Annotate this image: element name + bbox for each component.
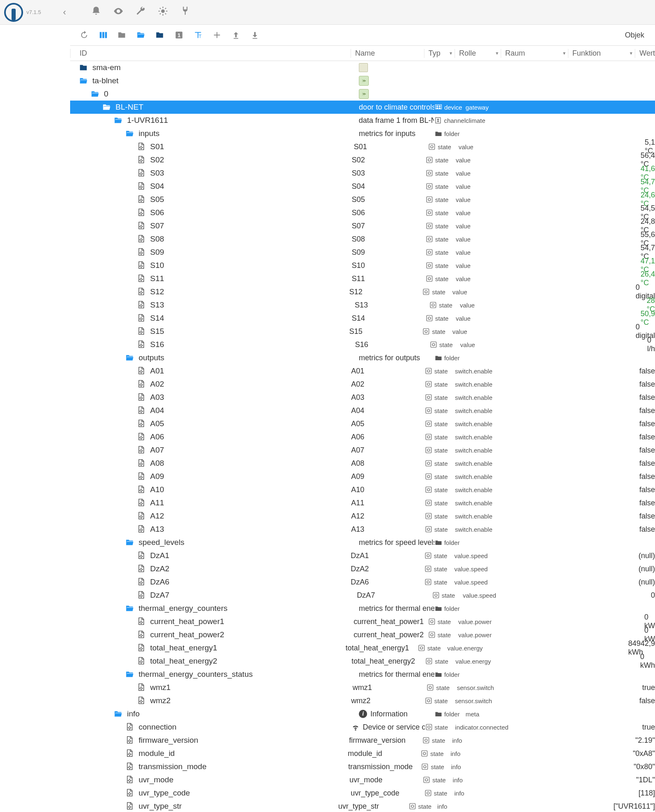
- node-wert[interactable]: false: [635, 472, 655, 481]
- refresh-icon[interactable]: [79, 30, 89, 40]
- tree-row[interactable]: DzA2DzA2statevalue.speed(null): [70, 562, 655, 575]
- tree-row[interactable]: A02A02stateswitch.enablefalse: [70, 378, 655, 391]
- node-wert[interactable]: [118]: [634, 789, 655, 798]
- node-wert[interactable]: 0 l/h: [643, 336, 655, 353]
- tree-row[interactable]: A03A03stateswitch.enablefalse: [70, 391, 655, 404]
- tree-row[interactable]: S16S16statevalue0 l/h: [70, 338, 655, 351]
- node-wert[interactable]: false: [635, 393, 655, 402]
- plus-icon[interactable]: [212, 30, 222, 40]
- header-funktion[interactable]: Funktion▾: [568, 49, 635, 58]
- tree-row[interactable]: thermal_energy_countersmetrics for therm…: [70, 602, 655, 615]
- folder-open-icon[interactable]: [136, 30, 146, 40]
- header-raum[interactable]: Raum▾: [501, 49, 568, 58]
- header-rolle[interactable]: Rolle▾: [455, 49, 501, 58]
- upload-icon[interactable]: [231, 30, 241, 40]
- node-wert[interactable]: "0xA8": [629, 749, 655, 758]
- app-logo-icon[interactable]: [4, 3, 23, 22]
- tree-row[interactable]: ta-blnet≫: [70, 74, 655, 87]
- plug-icon[interactable]: [180, 6, 191, 19]
- tree-row[interactable]: A08A08stateswitch.enablefalse: [70, 457, 655, 470]
- node-wert[interactable]: (null): [634, 565, 655, 573]
- tree-row[interactable]: S14S14statevalue50,9 °C: [70, 312, 655, 325]
- node-wert[interactable]: false: [635, 525, 655, 534]
- tree-row[interactable]: connectionDevice or service connectedsta…: [70, 720, 655, 734]
- node-wert[interactable]: false: [635, 499, 655, 507]
- eye-icon[interactable]: [113, 6, 124, 19]
- node-wert[interactable]: 0: [647, 591, 655, 600]
- header-id[interactable]: ID: [70, 49, 351, 58]
- tree-row[interactable]: S11S11statevalue26,4 °C: [70, 272, 655, 285]
- tree-row[interactable]: 1-UVR1611data frame 1 from BL-NETchannel…: [70, 114, 655, 127]
- node-wert[interactable]: ["UVR1611"]: [609, 802, 655, 811]
- tree-row[interactable]: outputsmetrics for outputsfolder: [70, 351, 655, 364]
- header-wert[interactable]: Wert: [635, 49, 655, 58]
- collapse-sidebar-icon[interactable]: ‹: [63, 7, 66, 18]
- tree-row[interactable]: uvr_modeuvr_modestateinfo"1DL": [70, 773, 655, 786]
- tree-row[interactable]: S07S07statevalue24,8 °C: [70, 219, 655, 232]
- tree-row[interactable]: current_heat_power1current_heat_power1st…: [70, 615, 655, 628]
- tree-row[interactable]: S15S15statevalue0 digital: [70, 325, 655, 338]
- node-wert[interactable]: false: [635, 697, 655, 705]
- tree-row[interactable]: A01A01stateswitch.enablefalse: [70, 364, 655, 378]
- tree-row[interactable]: total_heat_energy1total_heat_energy1stat…: [70, 641, 655, 655]
- tree-row[interactable]: A05A05stateswitch.enablefalse: [70, 417, 655, 430]
- tree-row[interactable]: A04A04stateswitch.enablefalse: [70, 404, 655, 417]
- tree-row[interactable]: uvr_type_codeuvr_type_codestateinfo[118]: [70, 786, 655, 800]
- tree-row[interactable]: S10S10statevalue47,1 °C: [70, 259, 655, 272]
- bell-icon[interactable]: [91, 6, 101, 19]
- tree-row[interactable]: A11A11stateswitch.enablefalse: [70, 496, 655, 509]
- tree-row[interactable]: total_heat_energy2total_heat_energy2stat…: [70, 655, 655, 668]
- node-wert[interactable]: true: [638, 683, 655, 692]
- tree-row[interactable]: wmz1wmz1statesensor.switchtrue: [70, 681, 655, 694]
- node-wert[interactable]: (null): [634, 552, 655, 560]
- tree-row[interactable]: S09S09statevalue54,7 °C: [70, 246, 655, 259]
- tree-row[interactable]: S03S03statevalue41,6 °C: [70, 167, 655, 180]
- wrench-icon[interactable]: [135, 6, 146, 19]
- tree-row[interactable]: speed_levelsmetrics for speed levelsfold…: [70, 536, 655, 549]
- tree-row[interactable]: DzA6DzA6statevalue.speed(null): [70, 575, 655, 589]
- node-wert[interactable]: false: [635, 446, 655, 455]
- brightness-icon[interactable]: [158, 6, 168, 19]
- tree-row[interactable]: S12S12statevalue0 digital: [70, 285, 655, 298]
- tree-row[interactable]: thermal_energy_counters_statusmetrics fo…: [70, 668, 655, 681]
- tree-row[interactable]: A06A06stateswitch.enablefalse: [70, 430, 655, 444]
- tree-row[interactable]: current_heat_power2current_heat_power2st…: [70, 628, 655, 641]
- download-icon[interactable]: [250, 30, 260, 40]
- node-wert[interactable]: "2.19": [631, 736, 655, 745]
- header-typ[interactable]: Typ▾: [424, 49, 455, 58]
- node-wert[interactable]: false: [635, 367, 655, 375]
- tree-row[interactable]: inputsmetrics for inputsfolder: [70, 127, 655, 140]
- tree-row[interactable]: S13S13statevalue28 °C: [70, 298, 655, 312]
- node-wert[interactable]: false: [635, 406, 655, 415]
- tree-row[interactable]: DzA7DzA7statevalue.speed0: [70, 589, 655, 602]
- tree-row[interactable]: A09A09stateswitch.enablefalse: [70, 470, 655, 483]
- node-wert[interactable]: true: [638, 723, 655, 732]
- node-wert[interactable]: (null): [634, 578, 655, 587]
- tree-row[interactable]: S05S05statevalue24,6 °C: [70, 193, 655, 206]
- node-wert[interactable]: false: [635, 486, 655, 494]
- tree-row[interactable]: A07A07stateswitch.enablefalse: [70, 444, 655, 457]
- node-wert[interactable]: 0 kWh: [636, 652, 655, 670]
- tree-row[interactable]: BL-NETdoor to climate controlsdevicegate…: [70, 101, 655, 114]
- tree-row[interactable]: S06S06statevalue54,5 °C: [70, 206, 655, 219]
- tree-row[interactable]: transmission_modetransmission_modestatei…: [70, 760, 655, 773]
- node-wert[interactable]: false: [635, 459, 655, 468]
- tree-row[interactable]: firmware_versionfirmware_versionstateinf…: [70, 734, 655, 747]
- tree-row[interactable]: DzA1DzA1statevalue.speed(null): [70, 549, 655, 562]
- tree-row[interactable]: A10A10stateswitch.enablefalse: [70, 483, 655, 496]
- tree-row[interactable]: sma-em: [70, 61, 655, 74]
- tree-row[interactable]: module_idmodule_idstateinfo"0xA8": [70, 747, 655, 760]
- tree-row[interactable]: S01S01statevalue5,1 °C: [70, 140, 655, 153]
- folder-closed-icon[interactable]: [117, 30, 127, 40]
- tree-row[interactable]: A13A13stateswitch.enablefalse: [70, 523, 655, 536]
- node-wert[interactable]: false: [635, 433, 655, 441]
- tree-row[interactable]: A12A12stateswitch.enablefalse: [70, 509, 655, 523]
- node-wert[interactable]: false: [635, 380, 655, 389]
- tree-row[interactable]: S04S04statevalue54,7 °C: [70, 180, 655, 193]
- tree-row[interactable]: S08S08statevalue55,6 °C: [70, 232, 655, 246]
- tree-row[interactable]: uvr_type_struvr_type_strstateinfo["UVR16…: [70, 800, 655, 812]
- tree-row[interactable]: infoiInformationfoldermeta: [70, 707, 655, 720]
- node-wert[interactable]: false: [635, 512, 655, 521]
- node-wert[interactable]: "1DL": [632, 776, 655, 784]
- text-icon[interactable]: [193, 30, 203, 40]
